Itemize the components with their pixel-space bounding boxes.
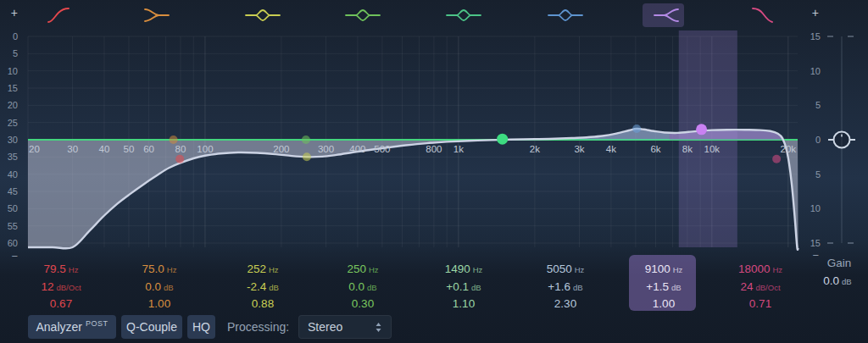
band-2-q-value[interactable]: 1.00 [113, 296, 206, 313]
bell-filter-icon-band-5[interactable] [445, 3, 482, 27]
band-4-frequency-value[interactable]: 250Hz [316, 261, 409, 279]
left-axis-tick: 50 [8, 203, 18, 213]
band-7-frequency-value[interactable]: 9100Hz [617, 261, 710, 279]
band-7-gain-value[interactable]: +1.5dB [617, 279, 710, 296]
band-8-frequency-value[interactable]: 18000Hz [714, 261, 807, 279]
left-axis-tick: 30 [8, 135, 18, 145]
gain-knob[interactable] [828, 132, 855, 148]
band-2-frequency-value[interactable]: 75.0Hz [113, 261, 206, 279]
band-1-q-value[interactable]: 0.67 [14, 296, 108, 313]
band-4-q-value[interactable]: 0.30 [316, 296, 409, 313]
band-5-q-value[interactable]: 1.10 [417, 296, 510, 313]
band-4-gain-value[interactable]: 0.0dB [316, 279, 409, 296]
band-2-readout[interactable]: 75.0Hz0.0dB1.00 [113, 261, 206, 313]
freq-label-30: 30 [67, 144, 78, 154]
q-couple-button[interactable]: Q-Couple [121, 315, 182, 339]
gain-axis-tick: 10 [810, 203, 821, 213]
gain-value[interactable]: 0.0dB [807, 274, 868, 287]
left-axis-tick: 0 [13, 31, 18, 41]
band-1-gain-value[interactable]: 12dB/Oct [14, 279, 108, 296]
freq-label-100: 100 [197, 144, 213, 154]
hq-button[interactable]: HQ [187, 315, 215, 339]
eq-node-band-3[interactable] [303, 152, 311, 161]
freq-label-1k: 1k [453, 144, 464, 154]
band-6-readout[interactable]: 5050Hz+1.6dB2.30 [519, 261, 612, 313]
value-text: 0.71 [749, 297, 771, 310]
band-8-q-value[interactable]: 0.71 [714, 296, 807, 313]
band-5-readout[interactable]: 1490Hz+0.1dB1.10 [417, 261, 510, 313]
value-text: 79.5 [44, 263, 66, 275]
bell-filter-icon-band-6[interactable] [547, 3, 584, 27]
unit-text: Hz [473, 265, 483, 274]
band-7-readout[interactable]: 9100Hz+1.5dB1.00 [617, 261, 710, 313]
band-3-frequency-value[interactable]: 252Hz [216, 261, 309, 279]
value-text: +1.5 [646, 280, 669, 293]
high-pass-filter-icon-band-1[interactable] [42, 3, 80, 27]
unit-text: dB [164, 283, 174, 292]
unit-text: Hz [575, 265, 585, 274]
low-shelf-filter-icon-band-2[interactable] [141, 3, 178, 27]
band-3-q-value[interactable]: 0.88 [216, 296, 309, 313]
left-scale-plus-button[interactable]: + [11, 6, 18, 19]
freq-label-300: 300 [318, 144, 334, 154]
band-6-gain-value[interactable]: +1.6dB [519, 279, 612, 296]
high-shelf-filter-icon-band-7[interactable] [645, 3, 682, 27]
freq-label-60: 60 [143, 144, 154, 154]
band-6-q-value[interactable]: 2.30 [519, 296, 612, 313]
value-text: 75.0 [142, 263, 164, 275]
value-text: 5050 [547, 263, 572, 275]
value-text: 250 [347, 263, 366, 275]
low-pass-filter-icon-band-8[interactable] [742, 3, 779, 27]
freq-label-500: 500 [374, 144, 390, 154]
value-text: 1490 [445, 263, 470, 275]
freq-label-6k: 6k [650, 144, 660, 154]
band-4-readout[interactable]: 250Hz0.0dB0.30 [316, 261, 409, 313]
freq-label-80: 80 [175, 144, 186, 154]
gain-axis-tick: 0 [815, 135, 821, 145]
eq-node-band-2[interactable] [170, 136, 178, 144]
processing-selected-value: Stereo [308, 320, 342, 334]
unit-text: Hz [772, 265, 782, 274]
eq-node-band-1[interactable] [175, 155, 184, 163]
band-6-frequency-value[interactable]: 5050Hz [519, 261, 612, 279]
processing-select[interactable]: Stereo [298, 315, 392, 339]
freq-label-50: 50 [124, 144, 135, 154]
unit-text: dB [573, 283, 583, 292]
analyzer-button[interactable]: Analyzer POST [28, 315, 116, 339]
band-3-readout[interactable]: 252Hz-2.4dB0.88 [216, 261, 309, 313]
band-1-readout[interactable]: 79.5Hz12dB/Oct0.67 [14, 261, 108, 313]
unit-text: Hz [269, 265, 279, 274]
unit-text: Hz [673, 265, 683, 274]
gain-axis-tick: 5 [815, 100, 821, 110]
unit-text: dB/Oct [755, 283, 780, 292]
band-3-gain-value[interactable]: -2.4dB [216, 279, 309, 296]
left-axis-tick: 10 [8, 66, 18, 76]
eq-node-band-6[interactable] [632, 124, 641, 133]
band-1-frequency-value[interactable]: 79.5Hz [14, 261, 108, 279]
band-8-gain-value[interactable]: 24dB/Oct [714, 279, 807, 296]
band-2-gain-value[interactable]: 0.0dB [113, 279, 206, 296]
band-5-frequency-value[interactable]: 1490Hz [417, 261, 510, 279]
eq-node-band-4[interactable] [302, 136, 310, 144]
gain-scale-plus-button[interactable]: + [812, 6, 819, 19]
value-text: +0.1 [446, 280, 469, 293]
band-7-q-value[interactable]: 1.00 [617, 296, 710, 313]
analyzer-button-label: Analyzer [36, 320, 82, 334]
value-text: 1.10 [453, 297, 475, 310]
left-axis-tick: 15 [8, 83, 18, 93]
eq-node-band-7[interactable] [696, 124, 707, 135]
value-text: 1.00 [653, 297, 675, 310]
value-text: 0.0 [145, 280, 161, 293]
band-5-gain-value[interactable]: +0.1dB [417, 279, 510, 296]
unit-text: Hz [369, 265, 379, 274]
bell-filter-icon-band-4[interactable] [344, 3, 381, 27]
value-text: 252 [247, 263, 266, 275]
band-8-readout[interactable]: 18000Hz24dB/Oct0.71 [714, 261, 807, 313]
bell-filter-icon-band-3[interactable] [244, 3, 281, 27]
unit-text: dB [671, 283, 682, 292]
value-text: 18000 [738, 263, 771, 275]
left-axis-tick: 55 [8, 221, 18, 231]
gain-value-number: 0.0 [823, 274, 839, 287]
eq-node-band-5[interactable] [497, 134, 508, 145]
eq-node-band-8[interactable] [772, 155, 781, 163]
